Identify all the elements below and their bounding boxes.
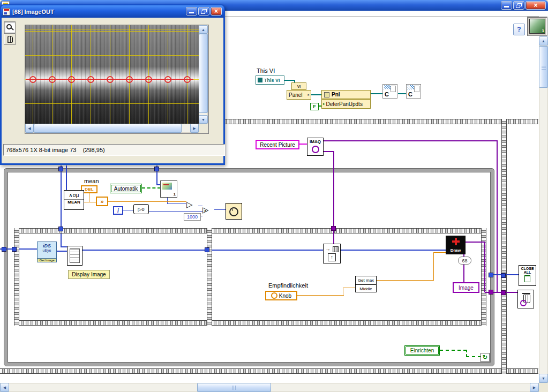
wire-tri1-tri2 [198,206,202,206]
loop-condition-terminal[interactable]: ↻ [481,353,490,362]
main-minimize-button[interactable] [501,1,512,10]
empfindlichkeit-label[interactable]: Empfindlichkeit [268,282,308,289]
compare-glyph: ▷0 [138,207,145,212]
outer-sequence-frame-divider[interactable] [501,119,507,374]
inner-sequence-frame-divider[interactable] [207,228,212,326]
function-triangle-1[interactable]: ▷ [186,200,193,208]
main-vertical-scroll-thumb[interactable] [539,46,548,88]
vi-icon[interactable]: 1 [527,17,547,36]
draw-node[interactable]: Draw [446,236,466,254]
main-restore-button[interactable] [513,1,524,10]
wire-imaq-right [323,140,498,141]
zoom-tool-button[interactable] [4,21,16,33]
status-text: 768x576 1X 8-bit image 73 (298,95) [6,147,105,153]
knob-variable[interactable]: Knob [265,291,297,300]
automatik-variable[interactable]: Automatik [110,184,142,193]
compare-node[interactable]: ▷0 [133,204,149,214]
invoke-node-header[interactable]: Pnl [321,90,371,99]
main-scroll-down-button[interactable]: ▼ [539,374,548,383]
inner-sequence-left-border[interactable] [14,228,19,326]
loop-tunnel-top-2[interactable] [154,167,159,171]
panel-property-icon[interactable]: VI [291,82,306,90]
sequence-tunnel-image[interactable] [331,226,336,231]
display-image-label[interactable]: Display Image [68,270,110,279]
sequence-tunnel-top[interactable] [58,227,63,231]
close-all-node[interactable]: CLOSE ALL [519,265,536,286]
constant-68[interactable]: 68 [458,257,471,265]
wire-knob-unbundle [343,288,356,288]
this-vi-constant[interactable]: This VI [256,76,284,85]
sequence-tunnel-divider[interactable] [205,247,209,252]
mean-name: MEAN [64,199,84,205]
imageout-client-area: ▲ ▼ ◀ ▶ 768x576 1X 8-bit image 73 (298,9… [3,18,222,162]
main-scroll-left-button[interactable]: ◀ [0,383,9,392]
wire-knob-2 [343,288,343,296]
boolean-false-constant[interactable]: F [310,103,319,110]
roi-circle [87,76,94,83]
main-scroll-up-button[interactable]: ▲ [539,36,548,46]
imageout-restore-button[interactable] [198,7,209,16]
wire-invoke-c1 [371,93,384,94]
pan-tool-button[interactable] [4,33,16,45]
iteration-terminal[interactable]: i [113,206,123,215]
invoke-node-param[interactable]: ▸ DeferPanUpdts [321,99,371,109]
image-scroll-up-button[interactable]: ▲ [199,25,208,34]
image-display-terminal[interactable] [67,246,82,266]
inner-sequence-top-border[interactable] [14,228,486,233]
conversion-node[interactable]: » [96,197,108,206]
dispose-image-node[interactable] [517,290,534,308]
image-scroll-left-button[interactable]: ◀ [25,124,34,133]
unbundle-row-middle[interactable]: Middle [356,285,376,292]
ids-text-1: iDS [37,243,56,248]
image-variable[interactable]: Image [453,282,479,293]
mean-node[interactable]: ∧σμ MEAN [64,190,84,210]
this-vi-label[interactable]: This VI [257,67,275,74]
imaq-create-node[interactable]: IMAQ [307,138,324,156]
image-vertical-scroll-thumb[interactable] [199,34,208,113]
loop-tunnel-top-1[interactable] [58,167,63,171]
ids-ueye-get-image-node[interactable]: iDS uEye Get Image [37,242,57,262]
image-scroll-right-button[interactable]: ▶ [190,124,199,133]
imageout-minimize-button[interactable] [186,7,197,16]
recent-picture-variable[interactable]: Recent Picture [256,140,299,149]
main-horizontal-scroll-thumb[interactable] [197,383,271,392]
wait-ms-icon[interactable] [226,203,242,220]
wire-panel-invoke [311,94,321,95]
loop-tunnel-left[interactable] [2,247,6,252]
unbundle-node[interactable]: Get max Middle [355,276,377,292]
unbundle-row-getmax[interactable]: Get max [356,276,376,285]
image-horizontal-scroll-thumb[interactable] [34,124,182,133]
context-help-button[interactable]: ? [513,24,525,35]
image-processing-node[interactable]: → ↑ [323,244,341,263]
class-constant-1[interactable]: C [382,84,397,99]
outer-tunnel-purple[interactable] [501,290,506,295]
einrichten-variable[interactable]: Einrichten [404,345,440,356]
draw-text: Draw [446,248,465,253]
method-icon [324,92,329,97]
outer-tunnel-blue[interactable] [501,273,506,278]
small-trash-icon [524,275,530,282]
wire-automatik [142,187,161,189]
outer-sequence-bottom-border[interactable] [0,368,538,374]
class-constant-2[interactable]: C [406,84,421,99]
constant-1000[interactable]: 1000 [184,213,201,221]
ids-text-2: uEye [37,248,56,252]
image-scroll-down-button[interactable]: ▼ [199,115,208,124]
main-close-button[interactable]: × [526,1,546,10]
conversion-glyph: » [100,198,103,205]
inner-sequence-bottom-border[interactable] [14,320,486,326]
image-canvas[interactable] [25,25,199,124]
sequence-tunnel-left[interactable] [12,247,17,252]
loop-tunnel-right-blue[interactable] [489,273,493,277]
mean-label[interactable]: mean [84,178,99,184]
wire-thisvi-panel [284,80,295,81]
loop-tunnel-right-purple[interactable] [489,290,493,295]
panel-property-node[interactable]: Panel ▸ [287,90,311,100]
roi-circle [145,76,152,83]
main-scroll-right-button[interactable]: ▶ [530,383,539,392]
imageout-titlebar[interactable]: [68] ImageOUT × [1,5,224,18]
inner-sequence-right-border[interactable] [481,228,486,326]
sub-vi-icon[interactable]: 1 [160,180,177,198]
imageout-close-button[interactable]: × [211,7,222,16]
wire-knob-1 [297,295,344,296]
